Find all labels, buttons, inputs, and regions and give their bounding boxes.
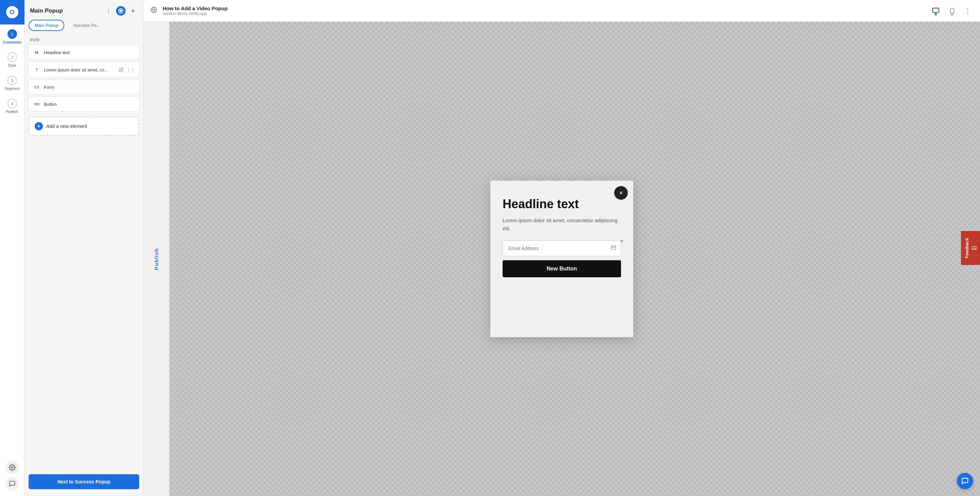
settings-button[interactable] (5, 461, 19, 474)
nav-label-customize: Customize (3, 40, 22, 44)
svg-point-2 (120, 10, 121, 11)
popup-close-button[interactable] (614, 186, 628, 200)
top-bar-controls: ⋮ (930, 5, 973, 17)
feedback-icon (972, 246, 977, 250)
row-item-form[interactable]: Form (29, 79, 139, 95)
top-bar-title-area: How to Add a Video Popup version-demo.ne… (163, 5, 924, 16)
add-element-button[interactable]: + Add a new element (29, 117, 139, 136)
form-icon (33, 83, 40, 91)
next-to-success-button[interactable]: Next to Success Popup (29, 474, 139, 489)
text-icon: T (33, 66, 40, 73)
main-area: How to Add a Video Popup version-demo.ne… (143, 0, 980, 496)
email-input[interactable] (503, 240, 621, 256)
tab-success-popup[interactable]: Success Po... (67, 20, 106, 31)
popup-submit-button[interactable]: New Button (503, 260, 621, 277)
sidebar-item-customize[interactable]: 1 Customize (0, 24, 24, 48)
drag-text-icon[interactable]: ⋮⋮ (127, 66, 135, 74)
nav-label-style: Style (8, 63, 16, 67)
more-options-button[interactable]: ⋮ (962, 5, 973, 16)
popup-headline: Headline text (503, 197, 621, 211)
svg-rect-6 (34, 103, 39, 105)
help-button[interactable] (5, 477, 19, 491)
sidebar-item-style[interactable]: 2 Style (0, 48, 24, 71)
row-section-label: ROW (24, 35, 143, 44)
email-icon (611, 245, 616, 252)
text-label: Lorem ipsum dolor sit amet, co... (44, 67, 114, 73)
nav-bottom (5, 461, 19, 496)
publish-indicator: Publish (143, 22, 169, 496)
popup-body-text: Lorem ipsum dolor sit amet, consectetur … (503, 216, 621, 232)
form-label: Form (44, 85, 135, 90)
add-element-icon: + (35, 122, 43, 130)
sidebar-item-segment[interactable]: 3 Segment (0, 71, 24, 94)
desktop-device-button[interactable] (930, 5, 942, 17)
popup-email-wrapper: ✱ (503, 240, 621, 256)
tab-main-popup[interactable]: Main Popup (29, 20, 64, 31)
page-subtitle: version-demo.netlify.app (163, 11, 924, 16)
nav-number-segment: 3 (8, 76, 17, 85)
panel-add-icon[interactable] (128, 6, 138, 16)
sidebar-item-publish[interactable]: 4 Publish (0, 94, 24, 117)
nav-number-customize: 1 (8, 29, 17, 39)
edit-text-icon[interactable] (117, 66, 125, 74)
panel: Main Popup ⋮ Main Popup Success (24, 0, 143, 496)
svg-point-0 (11, 467, 13, 469)
panel-title: Main Popup (30, 8, 63, 14)
publish-label: Publish (153, 248, 159, 270)
nav-number-publish: 4 (8, 99, 17, 108)
row-item-button[interactable]: Button (29, 97, 139, 111)
headline-icon: H (33, 49, 40, 56)
mobile-device-button[interactable] (946, 5, 958, 17)
svg-rect-5 (35, 86, 39, 88)
nav-label-publish: Publish (6, 110, 18, 114)
chat-bubble-button[interactable] (957, 473, 973, 489)
top-bar: How to Add a Video Popup version-demo.ne… (143, 0, 980, 22)
headline-label: Headline text (44, 50, 135, 55)
button-icon (33, 100, 40, 108)
panel-header: Main Popup ⋮ (24, 0, 143, 20)
panel-radio-icon[interactable] (116, 6, 126, 16)
page-title: How to Add a Video Popup (163, 5, 924, 11)
button-label: Button (44, 102, 135, 107)
required-asterisk: ✱ (620, 239, 623, 243)
panel-menu-icon[interactable]: ⋮ (104, 6, 113, 16)
add-element-label: Add a new element (46, 124, 87, 129)
row-item-text[interactable]: T Lorem ipsum dolor sit amet, co... ⋮⋮ (29, 62, 139, 78)
row-item-headline[interactable]: H Headline text (29, 45, 139, 60)
canvas-area: Headline text Lorem ipsum dolor sit amet… (143, 22, 980, 496)
desktop-active-dot (935, 14, 937, 16)
logo[interactable]: O (0, 0, 24, 24)
popup-modal: Headline text Lorem ipsum dolor sit amet… (490, 181, 633, 337)
mobile-inactive-dot (951, 14, 953, 16)
sidebar-nav: O 1 Customize 2 Style 3 Segment 4 Publis (0, 0, 24, 496)
feedback-label: Feedback (964, 238, 969, 258)
logo-inner: O (6, 6, 18, 18)
panel-tabs: Main Popup Success Po... (24, 20, 143, 35)
nav-number-style: 2 (8, 52, 17, 62)
nav-label-segment: Segment (5, 86, 19, 91)
globe-icon (150, 6, 157, 15)
svg-rect-9 (933, 8, 939, 12)
feedback-tab[interactable]: Feedback (961, 231, 980, 265)
panel-header-icons: ⋮ (104, 6, 138, 16)
text-item-actions: ⋮⋮ (117, 66, 135, 74)
